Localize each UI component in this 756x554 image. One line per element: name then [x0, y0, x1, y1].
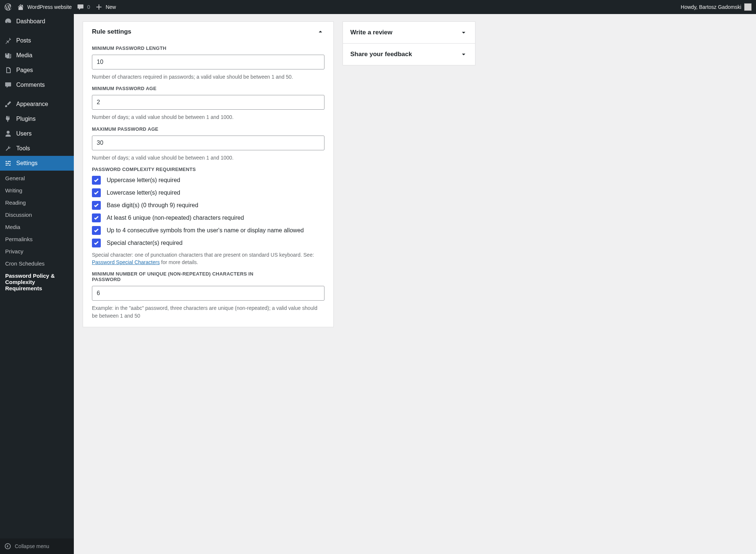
sliders-icon — [4, 160, 12, 167]
check-icon — [93, 177, 99, 183]
checkbox[interactable] — [92, 239, 101, 247]
sidebar-item-dashboard[interactable]: Dashboard — [0, 14, 74, 29]
min-age-input[interactable] — [92, 95, 324, 110]
media-icon — [4, 52, 12, 59]
collapse-icon — [4, 543, 11, 550]
submenu-media[interactable]: Media — [0, 221, 74, 233]
unique-chars-label: MINIMUM NUMBER OF UNIQUE (NON-REPEATED) … — [92, 271, 269, 282]
write-review-row[interactable]: Write a review — [343, 22, 475, 43]
unique-chars-input[interactable] — [92, 286, 324, 301]
adminbar-site-name: WordPress website — [27, 4, 72, 10]
sidebar-item-posts[interactable]: Posts — [0, 33, 74, 48]
checkbox-label: Uppercase letter(s) required — [107, 177, 180, 184]
min-length-label: MINIMUM PASSWORD LENGTH — [92, 45, 324, 51]
adminbar-site[interactable]: WordPress website — [17, 3, 72, 11]
submenu-permalinks[interactable]: Permalinks — [0, 233, 74, 245]
sidebar-item-comments[interactable]: Comments — [0, 78, 74, 92]
min-length-input[interactable] — [92, 55, 324, 69]
submenu-reading[interactable]: Reading — [0, 196, 74, 209]
complexity-help: Special character: one of punctuation ch… — [92, 251, 324, 266]
adminbar-comments-count: 0 — [87, 4, 90, 10]
adminbar-account[interactable]: Howdy, Bartosz Gadomski — [681, 3, 752, 11]
complexity-label: PASSWORD COMPLEXITY REQUIREMENTS — [92, 167, 324, 172]
sidebar-item-media[interactable]: Media — [0, 48, 74, 63]
collapse-label: Collapse menu — [15, 543, 49, 549]
checkbox[interactable] — [92, 213, 101, 222]
min-age-help: Number of days; a valid value should be … — [92, 113, 324, 121]
checkbox[interactable] — [92, 176, 101, 185]
submenu-cron[interactable]: Cron Schedules — [0, 257, 74, 270]
adminbar-new[interactable]: New — [95, 3, 116, 11]
sidebar-item-plugins[interactable]: Plugins — [0, 112, 74, 126]
sidebar-item-label: Media — [16, 52, 32, 59]
submenu-discussion[interactable]: Discussion — [0, 209, 74, 221]
dashboard-icon — [4, 18, 12, 25]
share-feedback-row[interactable]: Share your feedback — [343, 43, 475, 65]
min-length-help: Number of characters required in passwor… — [92, 73, 324, 81]
submenu-password-policy[interactable]: Password Policy & Complexity Requirement… — [0, 270, 74, 294]
sidebar-item-users[interactable]: Users — [0, 126, 74, 141]
adminbar-new-label: New — [106, 4, 116, 10]
checkbox-row-special[interactable]: Special character(s) required — [92, 239, 324, 247]
admin-sidebar: Dashboard Posts Media Pages Comments App… — [0, 14, 74, 554]
checkbox-row-digits[interactable]: Base digit(s) (0 through 9) required — [92, 201, 324, 210]
sidebar-item-label: Dashboard — [16, 18, 45, 25]
wordpress-icon — [4, 3, 12, 11]
adminbar-greeting: Howdy, Bartosz Gadomski — [681, 4, 741, 10]
checkbox-row-unique[interactable]: At least 6 unique (non-repeated) charact… — [92, 213, 324, 222]
sidebar-item-settings[interactable]: Settings — [0, 156, 74, 171]
share-feedback-label: Share your feedback — [350, 51, 412, 58]
special-chars-link[interactable]: Password Special Characters — [92, 259, 160, 265]
submenu-privacy[interactable]: Privacy — [0, 245, 74, 257]
home-icon — [17, 3, 24, 11]
pages-icon — [4, 66, 12, 74]
user-icon — [4, 130, 12, 137]
plus-icon — [95, 3, 103, 11]
sidebar-item-label: Appearance — [16, 101, 48, 107]
submenu-general[interactable]: General — [0, 172, 74, 184]
check-icon — [93, 240, 99, 246]
chevron-up-icon — [316, 28, 324, 36]
admin-bar: WordPress website 0 New Howdy, Bartosz G… — [0, 0, 756, 14]
unique-chars-help: Example: in the "aabc" password, three c… — [92, 304, 324, 319]
panel-title: Rule settings — [92, 28, 131, 35]
avatar — [744, 3, 752, 11]
comment-icon — [77, 3, 84, 11]
checkbox[interactable] — [92, 188, 101, 197]
checkbox[interactable] — [92, 201, 101, 210]
brush-icon — [4, 100, 12, 108]
checkbox-row-consecutive[interactable]: Up to 4 consecutive symbols from the use… — [92, 226, 324, 235]
check-icon — [93, 215, 99, 221]
max-age-help: Number of days; a valid value should be … — [92, 154, 324, 161]
wp-logo[interactable] — [4, 3, 12, 11]
plug-icon — [4, 115, 12, 123]
chevron-down-icon — [460, 28, 468, 37]
sidebar-item-appearance[interactable]: Appearance — [0, 97, 74, 112]
max-age-label: MAXIMUM PASSWORD AGE — [92, 126, 324, 132]
write-review-label: Write a review — [350, 29, 392, 36]
pin-icon — [4, 37, 12, 44]
checkbox-label: Lowercase letter(s) required — [107, 189, 180, 196]
sidebar-item-label: Posts — [16, 37, 31, 44]
check-icon — [93, 202, 99, 208]
checkbox-label: At least 6 unique (non-repeated) charact… — [107, 215, 244, 221]
check-icon — [93, 190, 99, 196]
max-age-input[interactable] — [92, 136, 324, 150]
adminbar-comments[interactable]: 0 — [77, 3, 90, 11]
checkbox-label: Special character(s) required — [107, 240, 182, 246]
checkbox-row-lowercase[interactable]: Lowercase letter(s) required — [92, 188, 324, 197]
panel-header[interactable]: Rule settings — [92, 28, 324, 40]
sidebar-item-tools[interactable]: Tools — [0, 141, 74, 156]
checkbox[interactable] — [92, 226, 101, 235]
chevron-down-icon — [460, 50, 468, 58]
sidebar-item-label: Tools — [16, 145, 30, 152]
sidebar-item-label: Plugins — [16, 116, 35, 122]
checkbox-row-uppercase[interactable]: Uppercase letter(s) required — [92, 176, 324, 185]
sidebar-item-pages[interactable]: Pages — [0, 63, 74, 78]
collapse-menu[interactable]: Collapse menu — [0, 538, 74, 554]
sidebar-item-label: Pages — [16, 67, 33, 73]
comment-icon — [4, 81, 12, 89]
submenu-writing[interactable]: Writing — [0, 184, 74, 196]
side-panel: Write a review Share your feedback — [343, 21, 475, 65]
sidebar-item-label: Settings — [16, 160, 38, 167]
